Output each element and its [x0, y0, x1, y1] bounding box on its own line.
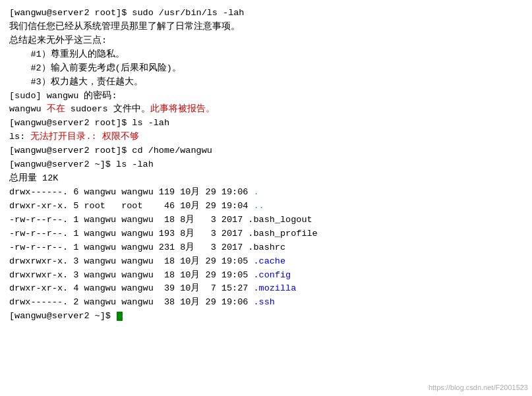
terminal-window: [wangwu@server2 root]$ sudo /usr/bin/ls … — [9, 7, 523, 324]
terminal-line: #1）尊重别人的隐私。 — [9, 48, 523, 62]
terminal-line: [wangwu@server2 root]$ cd /home/wangwu — [9, 144, 523, 158]
terminal-line: [wangwu@server2 root]$ sudo /usr/bin/ls … — [9, 7, 523, 20]
terminal-line: drwxr-xr-x. 4 wangwu wangwu 39 10月 7 15:… — [9, 282, 523, 296]
terminal-cursor — [117, 312, 123, 321]
terminal-text: [wangwu@server2 ~]$ ls -lah — [9, 159, 154, 169]
terminal-text: 1 wangwu wangwu 231 8月 3 2017 .bashrc — [68, 242, 285, 252]
terminal-text: [wangwu@server2 ~]$ — [9, 311, 116, 321]
terminal-text: -rw-r--r--. — [9, 229, 68, 239]
terminal-line: [wangwu@server2 root]$ ls -lah — [9, 117, 523, 130]
terminal-text: 2 wangwu wangwu 38 10月 29 19:06 — [68, 297, 253, 307]
terminal-line: [sudo] wangwu 的密码: — [9, 90, 523, 103]
terminal-text: 总结起来无外乎这三点: — [9, 36, 107, 45]
terminal-text: #1）尊重别人的隐私。 — [9, 49, 125, 59]
terminal-text: ls: — [9, 132, 30, 142]
terminal-line: -rw-r--r--. 1 wangwu wangwu 193 8月 3 201… — [9, 227, 523, 241]
terminal-text: .config — [253, 270, 291, 280]
terminal-text: 不在 — [47, 104, 65, 114]
terminal-line: [wangwu@server2 ~]$ ls -lah — [9, 158, 523, 172]
terminal-line: [wangwu@server2 ~]$ — [9, 310, 523, 324]
terminal-line: wangwu 不在 sudoers 文件中。此事将被报告。 — [9, 103, 523, 117]
terminal-text: 5 root root 46 10月 29 19:04 — [68, 201, 253, 211]
terminal-text: 1 wangwu wangwu 193 8月 3 2017 .bash_prof… — [68, 229, 318, 239]
terminal-text: 我们信任您已经从系统管理员那里了解了日常注意事项。 — [9, 22, 240, 32]
terminal-text: drwx------. — [9, 187, 68, 197]
terminal-text: sudoers 文件中。 — [65, 104, 150, 114]
terminal-text: drwxrwxr-x. — [9, 270, 68, 280]
terminal-line: #3）权力越大，责任越大。 — [9, 76, 523, 90]
terminal-text: 1 wangwu wangwu 18 8月 3 2017 .bash_logou… — [68, 215, 312, 225]
terminal-text: -rw-r--r--. — [9, 242, 68, 252]
terminal-text: 3 wangwu wangwu 18 10月 29 19:05 — [68, 270, 253, 280]
terminal-text: 4 wangwu wangwu 39 10月 7 15:27 — [68, 283, 253, 293]
terminal-text: [wangwu@server2 root]$ cd /home/wangwu — [9, 146, 212, 156]
terminal-text: .cache — [253, 256, 285, 266]
terminal-line: drwx------. 6 wangwu wangwu 119 10月 29 1… — [9, 186, 523, 200]
terminal-line: 总用量 12K — [9, 172, 523, 186]
terminal-text: .mozilla — [253, 283, 296, 293]
terminal-text: [sudo] wangwu 的密码: — [9, 91, 117, 101]
terminal-text: wangwu — [9, 104, 47, 114]
terminal-text: .. — [253, 201, 264, 211]
terminal-text: 6 wangwu wangwu 119 10月 29 19:06 — [68, 187, 253, 197]
terminal-text: -rw-r--r--. — [9, 215, 68, 225]
terminal-text: .ssh — [253, 297, 274, 307]
terminal-line: drwx------. 2 wangwu wangwu 38 10月 29 19… — [9, 296, 523, 310]
terminal-line: drwxrwxr-x. 3 wangwu wangwu 18 10月 29 19… — [9, 269, 523, 283]
terminal-text: 此事将被报告。 — [150, 104, 215, 114]
terminal-text: drwxrwxr-x. — [9, 256, 68, 266]
terminal-text: #2）输入前要先考虑(后果和风险)。 — [9, 63, 181, 73]
terminal-line: -rw-r--r--. 1 wangwu wangwu 231 8月 3 201… — [9, 241, 523, 255]
watermark: https://blog.csdn.net/F2001523 — [429, 382, 528, 393]
terminal-line: 我们信任您已经从系统管理员那里了解了日常注意事项。 — [9, 20, 523, 34]
terminal-text: drwxr-xr-x. — [9, 201, 68, 211]
terminal-line: ls: 无法打开目录.: 权限不够 — [9, 130, 523, 144]
terminal-text: drwxr-xr-x. — [9, 283, 68, 293]
terminal-line: -rw-r--r--. 1 wangwu wangwu 18 8月 3 2017… — [9, 213, 523, 227]
terminal-text: 总用量 12K — [9, 173, 58, 183]
terminal-text: drwx------. — [9, 297, 68, 307]
terminal-line: #2）输入前要先考虑(后果和风险)。 — [9, 62, 523, 76]
terminal-text: #3）权力越大，责任越大。 — [9, 77, 143, 87]
terminal-text: [wangwu@server2 root]$ sudo /usr/bin/ls … — [9, 8, 244, 18]
terminal-text: [wangwu@server2 root]$ ls -lah — [9, 118, 169, 128]
terminal-text: . — [253, 187, 258, 197]
terminal-text: 3 wangwu wangwu 18 10月 29 19:05 — [68, 256, 253, 266]
terminal-text: 无法打开目录.: 权限不够 — [30, 132, 138, 142]
terminal-line: drwxrwxr-x. 3 wangwu wangwu 18 10月 29 19… — [9, 255, 523, 269]
terminal-line: drwxr-xr-x. 5 root root 46 10月 29 19:04 … — [9, 200, 523, 213]
terminal-line: 总结起来无外乎这三点: — [9, 34, 523, 48]
